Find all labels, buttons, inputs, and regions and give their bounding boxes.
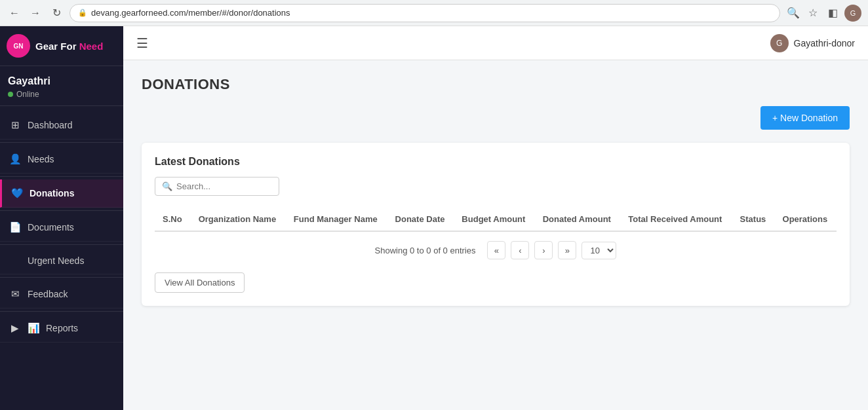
col-donated-amount: Donated Amount	[535, 208, 621, 231]
new-donation-button[interactable]: + New Donation	[760, 106, 850, 130]
next-page-button[interactable]: ›	[534, 241, 553, 259]
extensions-button[interactable]: ◧	[825, 5, 840, 21]
nav-items: ⊞ Dashboard 👤 Needs 💙 Donations 📄 Docume…	[0, 106, 123, 348]
sidebar-item-label: Donations	[30, 188, 74, 198]
topbar-username: Gayathri-donor	[794, 38, 855, 48]
forward-button[interactable]: →	[28, 5, 43, 21]
divider	[0, 210, 123, 211]
topbar: ☰ G Gayathri-donor	[123, 26, 868, 60]
logo-icon: GN	[7, 34, 30, 58]
divider	[0, 277, 123, 278]
donations-icon: 💙	[11, 187, 23, 199]
pagination-text: Showing 0 to 0 of 0 entries	[375, 246, 476, 255]
lock-icon: 🔒	[78, 9, 87, 17]
reports-arrow-icon: ▶	[9, 322, 21, 334]
col-fund-manager: Fund Manager Name	[286, 208, 387, 231]
top-row: + New Donation	[142, 106, 850, 143]
bookmark-button[interactable]: ☆	[805, 5, 821, 21]
col-org-name: Organization Name	[191, 208, 286, 231]
main-content: ☰ G Gayathri-donor DONATIONS + New Donat…	[123, 26, 868, 410]
sidebar-item-label: Reports	[46, 323, 78, 333]
col-sno: S.No	[155, 208, 191, 231]
search-page-button[interactable]: 🔍	[785, 5, 801, 21]
dashboard-icon: ⊞	[9, 119, 21, 131]
browser-actions: 🔍 ☆ ◧ G	[785, 5, 861, 22]
feedback-icon: ✉	[9, 288, 21, 300]
col-total-received: Total Received Amount	[620, 208, 732, 231]
col-budget-amount: Budget Amount	[454, 208, 534, 231]
col-operations: Operations	[775, 208, 837, 231]
page-body: DONATIONS + New Donation Latest Donation…	[123, 60, 868, 410]
table-head: S.No Organization Name Fund Manager Name…	[155, 208, 837, 231]
logo-text: Gear For Need	[35, 41, 103, 52]
donations-card: Latest Donations 🔍 S.No Organization Nam…	[142, 143, 850, 306]
user-section: Gayathri Online	[0, 66, 123, 106]
hamburger-button[interactable]: ☰	[136, 35, 148, 51]
status-text: Online	[16, 90, 39, 99]
reports-icon: 📊	[28, 322, 39, 334]
back-button[interactable]: ←	[7, 5, 22, 21]
divider	[0, 244, 123, 245]
per-page-select[interactable]: 10 25 50	[582, 242, 616, 259]
logo-brand: Gear For	[35, 41, 79, 52]
documents-icon: 📄	[9, 221, 21, 233]
last-page-button[interactable]: »	[558, 241, 576, 259]
topbar-right: G Gayathri-donor	[770, 34, 855, 52]
sidebar-item-label: Documents	[28, 222, 74, 233]
view-all-donations-button[interactable]: View All Donations	[155, 272, 245, 293]
card-title: Latest Donations	[155, 156, 837, 168]
col-donate-date: Donate Date	[387, 208, 454, 231]
page-title: DONATIONS	[142, 76, 850, 93]
sidebar: GN Gear For Need Gayathri Online ⊞ Dashb…	[0, 26, 123, 410]
sidebar-item-donations[interactable]: 💙 Donations	[0, 179, 123, 208]
logo-brand-accent: Need	[79, 41, 104, 52]
sidebar-user-name: Gayathri	[8, 75, 115, 87]
sidebar-logo: GN Gear For Need	[0, 26, 123, 66]
profile-avatar[interactable]: G	[844, 5, 861, 22]
sidebar-item-feedback[interactable]: ✉ Feedback	[0, 280, 123, 308]
address-bar[interactable]: 🔒 devang.gearforneed.com/member/#/donor/…	[69, 4, 780, 22]
first-page-button[interactable]: «	[487, 241, 505, 259]
needs-icon: 👤	[9, 153, 21, 165]
sidebar-item-label: Urgent Needs	[28, 255, 84, 266]
sidebar-item-label: Dashboard	[28, 120, 73, 130]
sidebar-item-reports[interactable]: ▶ 📊 Reports	[0, 314, 123, 343]
view-all-row: View All Donations	[155, 263, 837, 293]
sidebar-item-urgent-needs[interactable]: Urgent Needs	[0, 248, 123, 274]
sidebar-item-label: Feedback	[28, 289, 68, 299]
sidebar-item-label: Needs	[28, 154, 54, 164]
donations-table: S.No Organization Name Fund Manager Name…	[155, 208, 837, 232]
search-input[interactable]	[176, 181, 272, 191]
table-footer: Showing 0 to 0 of 0 entries « ‹ › » 10 2…	[155, 232, 837, 263]
sidebar-item-documents[interactable]: 📄 Documents	[0, 214, 123, 242]
divider	[0, 176, 123, 177]
browser-chrome: ← → ↻ 🔒 devang.gearforneed.com/member/#/…	[0, 0, 868, 26]
reload-button[interactable]: ↻	[49, 5, 64, 21]
user-status-row: Online	[8, 90, 115, 99]
app-layout: GN Gear For Need Gayathri Online ⊞ Dashb…	[0, 26, 868, 410]
divider	[0, 311, 123, 312]
prev-page-button[interactable]: ‹	[511, 241, 529, 259]
url-text: devang.gearforneed.com/member/#/donor/do…	[91, 8, 290, 18]
divider	[0, 142, 123, 143]
sidebar-item-dashboard[interactable]: ⊞ Dashboard	[0, 111, 123, 140]
topbar-avatar: G	[770, 34, 789, 52]
search-box[interactable]: 🔍	[155, 177, 279, 196]
search-icon: 🔍	[162, 181, 172, 191]
sidebar-item-needs[interactable]: 👤 Needs	[0, 145, 123, 174]
table-header-row: S.No Organization Name Fund Manager Name…	[155, 208, 837, 231]
col-status: Status	[732, 208, 775, 231]
status-dot	[8, 92, 13, 97]
